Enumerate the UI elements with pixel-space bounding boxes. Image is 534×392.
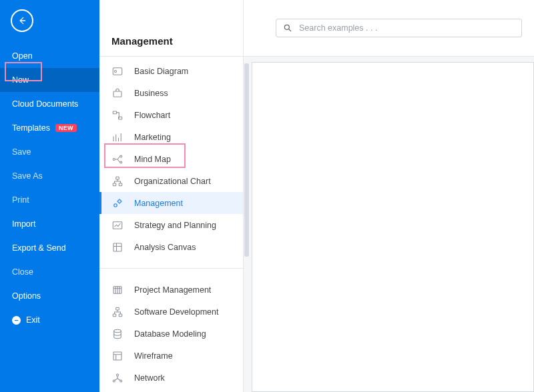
- marketing-icon: [111, 131, 123, 143]
- svg-rect-2: [113, 91, 121, 97]
- cat-label: Mind Map: [134, 155, 171, 164]
- cat-mind-map[interactable]: Mind Map: [99, 148, 243, 170]
- cat-org-chart[interactable]: Organizational Chart: [99, 170, 243, 192]
- side-item-templates[interactable]: Templates NEW: [0, 116, 99, 140]
- side-label: Import: [12, 219, 35, 229]
- cat-label: Wireframe: [134, 351, 173, 361]
- cat-strategy[interactable]: Strategy and Planning: [99, 214, 243, 236]
- side-label: Export & Send: [12, 243, 66, 253]
- side-item-print[interactable]: Print: [0, 188, 99, 212]
- side-label: New: [12, 75, 29, 85]
- svg-rect-17: [113, 314, 116, 317]
- cat-basic-diagram[interactable]: Basic Diagram: [99, 60, 243, 82]
- side-item-cloud-documents[interactable]: Cloud Documents: [0, 92, 99, 116]
- svg-point-6: [120, 155, 122, 157]
- cat-label: Database Modeling: [134, 329, 206, 339]
- svg-point-7: [120, 161, 122, 163]
- svg-point-12: [118, 199, 121, 203]
- cat-label: Flowchart: [134, 111, 170, 120]
- svg-point-19: [114, 329, 121, 333]
- cat-network[interactable]: Network: [99, 367, 243, 389]
- network-icon: [111, 372, 123, 384]
- svg-point-5: [113, 158, 115, 160]
- scrollbar[interactable]: [244, 63, 249, 257]
- svg-point-11: [114, 203, 117, 207]
- cat-label: Software Development: [134, 307, 218, 317]
- cat-management[interactable]: Management: [99, 192, 243, 214]
- search-bar-row: [244, 0, 534, 56]
- cat-label: Management: [134, 199, 183, 208]
- cat-label: Organizational Chart: [134, 177, 211, 186]
- preview-panel: [244, 0, 534, 392]
- side-label: Cloud Documents: [12, 99, 78, 109]
- side-item-open[interactable]: Open: [0, 44, 99, 68]
- file-menu-sidebar: Open New Cloud Documents Templates NEW S…: [0, 0, 99, 392]
- cat-label: Analysis Canvas: [134, 243, 196, 252]
- new-badge: NEW: [55, 124, 77, 132]
- svg-point-21: [117, 374, 119, 376]
- search-box[interactable]: [276, 19, 522, 37]
- cat-software-dev[interactable]: Software Development: [99, 301, 243, 323]
- wireframe-icon: [111, 350, 123, 362]
- side-label: Close: [12, 267, 33, 277]
- side-label: Exit: [26, 315, 40, 325]
- search-input[interactable]: [299, 23, 515, 33]
- cat-label: Business: [134, 89, 168, 98]
- side-item-export-send[interactable]: Export & Send: [0, 236, 99, 260]
- cat-label: Project Management: [134, 285, 211, 295]
- svg-rect-3: [113, 111, 116, 114]
- svg-rect-10: [119, 183, 122, 186]
- blank-template-card[interactable]: [252, 62, 534, 392]
- side-item-new[interactable]: New: [0, 68, 99, 92]
- mind-map-icon: [111, 153, 123, 165]
- category-header: Management: [99, 0, 243, 56]
- side-item-close[interactable]: Close: [0, 260, 99, 284]
- svg-point-24: [284, 25, 289, 29]
- cat-flowchart[interactable]: Flowchart: [99, 104, 243, 126]
- side-label: Save As: [12, 171, 43, 181]
- business-icon: [111, 87, 123, 99]
- cat-project-management[interactable]: Project Management: [99, 279, 243, 301]
- management-icon: [111, 197, 123, 209]
- side-item-exit[interactable]: – Exit: [0, 308, 99, 332]
- template-category-panel: Management Basic Diagram Business Flowch…: [99, 0, 244, 392]
- cat-business[interactable]: Business: [99, 82, 243, 104]
- search-icon: [283, 23, 292, 33]
- svg-rect-18: [119, 314, 122, 317]
- category-divider: [99, 268, 243, 269]
- flowchart-icon: [111, 109, 123, 121]
- side-item-import[interactable]: Import: [0, 212, 99, 236]
- category-list-secondary: Project Management Software Development …: [99, 275, 243, 392]
- side-item-save[interactable]: Save: [0, 140, 99, 164]
- cat-database[interactable]: Database Modeling: [99, 323, 243, 345]
- basic-diagram-icon: [111, 65, 123, 77]
- side-label: Open: [12, 51, 33, 61]
- svg-rect-14: [113, 243, 121, 251]
- svg-rect-8: [116, 177, 119, 179]
- side-label: Options: [12, 291, 41, 301]
- side-label: Templates: [12, 123, 50, 133]
- cat-label: Basic Diagram: [134, 67, 188, 76]
- project-icon: [111, 284, 123, 296]
- svg-rect-20: [113, 352, 121, 360]
- database-icon: [111, 328, 123, 340]
- template-preview-area: [244, 57, 534, 392]
- arrow-left-icon: [17, 16, 27, 25]
- back-button[interactable]: [11, 9, 33, 32]
- cat-marketing[interactable]: Marketing: [99, 126, 243, 148]
- svg-rect-16: [116, 307, 119, 310]
- svg-rect-9: [113, 183, 116, 186]
- svg-point-1: [115, 70, 117, 72]
- side-label: Print: [12, 195, 29, 205]
- side-item-save-as[interactable]: Save As: [0, 164, 99, 188]
- software-icon: [111, 306, 123, 318]
- minus-circle-icon: –: [12, 316, 21, 325]
- analysis-icon: [111, 241, 123, 253]
- side-item-options[interactable]: Options: [0, 284, 99, 308]
- cat-wireframe[interactable]: Wireframe: [99, 345, 243, 367]
- cat-label: Strategy and Planning: [134, 221, 216, 230]
- side-label: Save: [12, 147, 31, 157]
- cat-analysis[interactable]: Analysis Canvas: [99, 236, 243, 258]
- strategy-icon: [111, 219, 123, 231]
- org-chart-icon: [111, 175, 123, 187]
